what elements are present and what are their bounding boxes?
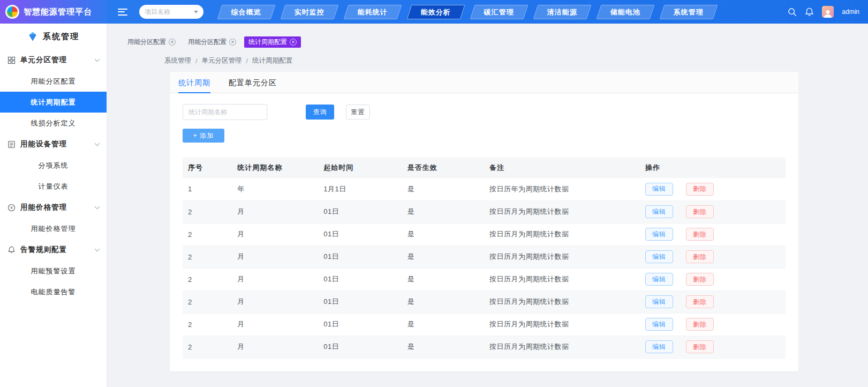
cell-index: 2 <box>183 313 232 336</box>
app-title: 智慧能源管理平台 <box>24 7 92 17</box>
cell-name: 月 <box>232 223 318 245</box>
price-icon: ¥ <box>7 204 16 212</box>
col-index: 序号 <box>183 158 232 178</box>
cell-remark: 按日历月为周期统计数据 <box>484 336 613 358</box>
nav-item-storage[interactable]: 储能电池 <box>597 5 655 19</box>
nav-item-realtime[interactable]: 实时监控 <box>281 5 339 19</box>
edit-button[interactable]: 编辑 <box>645 273 673 286</box>
delete-button[interactable]: 删除 <box>686 318 714 331</box>
delete-button[interactable]: 删除 <box>686 273 714 286</box>
edit-button[interactable]: 编辑 <box>645 295 673 308</box>
nav-item-efficiency[interactable]: 能效分析 <box>407 5 465 19</box>
tab-chip-active[interactable]: 统计周期配置 × <box>244 36 301 48</box>
username-label: admin <box>842 8 859 16</box>
nav-item-carbon[interactable]: 碳汇管理 <box>470 5 529 19</box>
cell-actions: 编辑 删除 <box>613 268 786 291</box>
close-icon[interactable]: × <box>169 39 176 46</box>
cell-remark: 按日历月为周期统计数据 <box>484 223 613 245</box>
cell-start-time: 01日 <box>318 200 402 223</box>
col-actions: 操作 <box>613 158 786 178</box>
reset-button[interactable]: 重置 <box>346 105 370 120</box>
sidebar-item-energy-price[interactable]: 用能价格管理 <box>0 218 107 239</box>
diamond-icon <box>27 31 38 42</box>
table-row: 1 年 1月1日 是 按日历年为周期统计数据 编辑 删除 <box>183 178 786 200</box>
top-nav: 综合概览 实时监控 能耗统计 能效分析 碳汇管理 清洁能源 储能电池 系统管理 <box>220 5 725 19</box>
edit-button[interactable]: 编辑 <box>645 205 673 218</box>
tab-chip[interactable]: 用能分区配置 × <box>184 36 240 48</box>
table-row: 2 月 01日 是 按日历月为周期统计数据 编辑 删除 <box>183 291 786 313</box>
table-row: 2 月 01日 是 按日历月为周期统计数据 编辑 删除 <box>183 245 786 268</box>
sidebar-item-energy-warning[interactable]: 用能预警设置 <box>0 261 107 281</box>
delete-button[interactable]: 删除 <box>686 183 714 196</box>
project-select[interactable]: 项目名称 <box>139 5 203 19</box>
cell-index: 2 <box>183 291 232 313</box>
alarm-icon <box>7 246 16 254</box>
delete-button[interactable]: 删除 <box>686 228 714 241</box>
sidebar-item-power-quality-alarm[interactable]: 电能质量告警 <box>0 281 107 302</box>
table-row: 2 月 01日 是 按日历月为周期统计数据 编辑 删除 <box>183 313 786 336</box>
edit-button[interactable]: 编辑 <box>645 250 673 263</box>
sidebar-group-unit-partition[interactable]: 单元分区管理 <box>0 49 107 71</box>
delete-button[interactable]: 删除 <box>686 340 714 353</box>
sidebar-group-price-mgmt[interactable]: ¥ 用能价格管理 <box>0 197 107 218</box>
card-tabs: 统计周期 配置单元分区 <box>170 72 798 93</box>
cell-actions: 编辑 删除 <box>613 336 786 358</box>
cell-start-time: 01日 <box>318 291 402 313</box>
cell-name: 月 <box>232 313 318 336</box>
app-logo-icon <box>5 5 19 19</box>
cell-effective: 是 <box>402 200 484 223</box>
cell-remark: 按日历月为周期统计数据 <box>484 291 613 313</box>
open-tabs-bar: 用能分区配置 × 用能分区配置 × 统计周期配置 × <box>107 24 868 48</box>
search-row: 查询 重置 <box>183 104 786 120</box>
sidebar-group-device-mgmt[interactable]: 用能设备管理 <box>0 133 107 155</box>
cell-effective: 是 <box>402 178 484 200</box>
close-icon[interactable]: × <box>290 39 297 46</box>
edit-button[interactable]: 编辑 <box>645 183 673 196</box>
edit-button[interactable]: 编辑 <box>645 340 673 353</box>
tab-chip[interactable]: 用能分区配置 × <box>123 36 180 48</box>
delete-button[interactable]: 删除 <box>686 250 714 263</box>
user-avatar[interactable] <box>822 6 834 18</box>
search-icon[interactable] <box>788 8 797 17</box>
stat-period-name-input[interactable] <box>183 104 267 120</box>
nav-item-clean-energy[interactable]: 清洁能源 <box>533 5 592 19</box>
nav-item-overview[interactable]: 综合概览 <box>217 5 276 19</box>
sidebar-item-partition-config[interactable]: 用能分区配置 <box>0 71 107 92</box>
table-row: 2 月 01日 是 按日历月为周期统计数据 编辑 删除 <box>183 336 786 358</box>
sidebar-menu: 单元分区管理 用能分区配置 统计周期配置 线损分析定义 用能设备管理 分项系统 … <box>0 49 107 302</box>
avatar-person-icon <box>823 9 833 18</box>
sidebar: 系统管理 单元分区管理 用能分区配置 统计周期配置 线损分析定义 用能设备管理 … <box>0 24 107 387</box>
breadcrumb-item[interactable]: 单元分区管理 <box>201 56 241 65</box>
cell-actions: 编辑 删除 <box>613 200 786 223</box>
cell-index: 2 <box>183 223 232 245</box>
cell-start-time: 01日 <box>318 336 402 358</box>
sidebar-item-sub-systems[interactable]: 分项系统 <box>0 155 107 176</box>
chevron-down-icon <box>95 57 100 62</box>
sidebar-title: 系统管理 <box>43 32 79 42</box>
breadcrumb-item[interactable]: 系统管理 <box>164 56 191 65</box>
cell-effective: 是 <box>402 291 484 313</box>
chevron-down-icon <box>95 141 100 146</box>
edit-button[interactable]: 编辑 <box>645 318 673 331</box>
query-button[interactable]: 查询 <box>306 105 334 120</box>
close-icon[interactable]: × <box>229 39 236 46</box>
tab-config-unit-partition[interactable]: 配置单元分区 <box>229 72 277 93</box>
delete-button[interactable]: 删除 <box>686 295 714 308</box>
bell-icon[interactable] <box>805 8 814 17</box>
cell-name: 月 <box>232 268 318 291</box>
nav-item-system[interactable]: 系统管理 <box>660 5 718 19</box>
cell-effective: 是 <box>402 336 484 358</box>
delete-button[interactable]: 删除 <box>686 205 714 218</box>
sidebar-group-alarm-rules[interactable]: 告警规则配置 <box>0 239 107 261</box>
collapse-menu-icon[interactable] <box>118 9 127 16</box>
sidebar-item-stat-period-config[interactable]: 统计周期配置 <box>0 92 107 113</box>
sidebar-item-line-loss[interactable]: 线损分析定义 <box>0 113 107 133</box>
tab-stat-period[interactable]: 统计周期 <box>178 72 210 93</box>
add-button[interactable]: + 添加 <box>183 129 224 143</box>
cell-remark: 按日历月为周期统计数据 <box>484 268 613 291</box>
stat-period-table: 序号 统计周期名称 起始时间 是否生效 备注 操作 1 年 1月1日 是 按日历… <box>183 158 786 359</box>
edit-button[interactable]: 编辑 <box>645 228 673 241</box>
brand: 智慧能源管理平台 <box>0 0 107 24</box>
nav-item-energy-stats[interactable]: 能耗统计 <box>344 5 402 19</box>
sidebar-item-meters[interactable]: 计量仪表 <box>0 176 107 197</box>
